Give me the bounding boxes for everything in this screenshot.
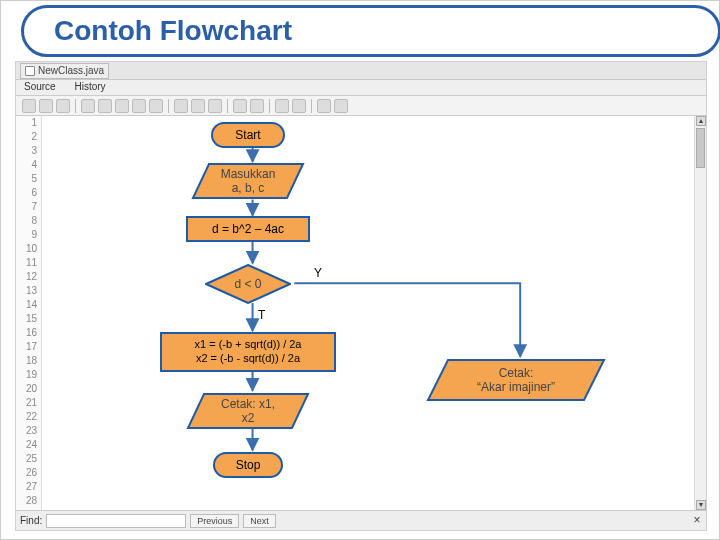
find-next-label: Next: [250, 516, 269, 526]
flow-connectors: [16, 116, 706, 510]
toolbar-sep: [168, 99, 169, 113]
find-next-button[interactable]: Next: [243, 514, 276, 528]
toolbar-button[interactable]: [56, 99, 70, 113]
slide-title: Contoh Flowchart: [54, 15, 292, 47]
toolbar-button[interactable]: [81, 99, 95, 113]
subtab-history[interactable]: History: [66, 80, 113, 93]
toolbar-button[interactable]: [275, 99, 289, 113]
find-close-button[interactable]: ×: [690, 514, 704, 528]
toolbar-button[interactable]: [132, 99, 146, 113]
flow-print-roots: Cetak: x1, x2: [186, 392, 310, 430]
editor-toolbar: [16, 96, 707, 116]
slide: Contoh Flowchart NewClass.java Source Hi…: [0, 0, 720, 540]
toolbar-sep: [227, 99, 228, 113]
toolbar-button[interactable]: [334, 99, 348, 113]
toolbar-button[interactable]: [292, 99, 306, 113]
toolbar-sep: [311, 99, 312, 113]
toolbar-button[interactable]: [22, 99, 36, 113]
java-file-icon: [25, 66, 35, 76]
toolbar-button[interactable]: [191, 99, 205, 113]
editor-subtabs: Source History: [16, 80, 707, 96]
ide-screenshot: NewClass.java Source History: [15, 61, 707, 531]
toolbar-button[interactable]: [174, 99, 188, 113]
flow-compute-roots: x1 = (-b + sqrt(d)) / 2a x2 = (-b - sqrt…: [160, 332, 336, 372]
flow-print-roots-label: Cetak: x1, x2: [186, 392, 310, 430]
subtab-source[interactable]: Source: [16, 80, 64, 93]
toolbar-button[interactable]: [98, 99, 112, 113]
flow-compute-d-label: d = b^2 – 4ac: [212, 222, 284, 237]
flow-compute-d: d = b^2 – 4ac: [186, 216, 310, 242]
flow-stop: Stop: [213, 452, 283, 478]
find-prev-label: Previous: [197, 516, 232, 526]
flowchart: Start Masukkan a, b, c d = b^2 – 4ac d <…: [16, 116, 706, 510]
find-bar: Find: Previous Next ×: [16, 510, 707, 530]
slide-title-container: Contoh Flowchart: [11, 5, 711, 57]
flow-decision-label: d < 0: [205, 264, 291, 304]
toolbar-sep: [75, 99, 76, 113]
flow-decision: d < 0: [205, 264, 291, 304]
decision-no-label: T: [258, 308, 265, 322]
flow-compute-roots-label: x1 = (-b + sqrt(d)) / 2a x2 = (-b - sqrt…: [195, 338, 302, 366]
find-previous-button[interactable]: Previous: [190, 514, 239, 528]
find-label: Find:: [20, 515, 42, 526]
editor-file-tab[interactable]: NewClass.java: [20, 63, 109, 79]
flow-stop-label: Stop: [236, 458, 261, 472]
decision-yes-label: Y: [314, 266, 322, 280]
toolbar-button[interactable]: [115, 99, 129, 113]
flow-start: Start: [211, 122, 285, 148]
find-input[interactable]: [46, 514, 186, 528]
toolbar-sep: [269, 99, 270, 113]
editor-tab-bar: NewClass.java: [16, 62, 707, 80]
flow-input-label: Masukkan a, b, c: [191, 162, 305, 200]
flow-print-imaginary-label: Cetak: “Akar imajiner”: [426, 358, 606, 402]
toolbar-button[interactable]: [250, 99, 264, 113]
toolbar-button[interactable]: [317, 99, 331, 113]
toolbar-button[interactable]: [233, 99, 247, 113]
slide-title-bubble: Contoh Flowchart: [21, 5, 720, 57]
flow-input: Masukkan a, b, c: [191, 162, 305, 200]
toolbar-button[interactable]: [39, 99, 53, 113]
flow-start-label: Start: [235, 128, 260, 142]
toolbar-button[interactable]: [149, 99, 163, 113]
editor-file-name: NewClass.java: [38, 64, 104, 78]
flow-print-imaginary: Cetak: “Akar imajiner”: [426, 358, 606, 402]
toolbar-button[interactable]: [208, 99, 222, 113]
